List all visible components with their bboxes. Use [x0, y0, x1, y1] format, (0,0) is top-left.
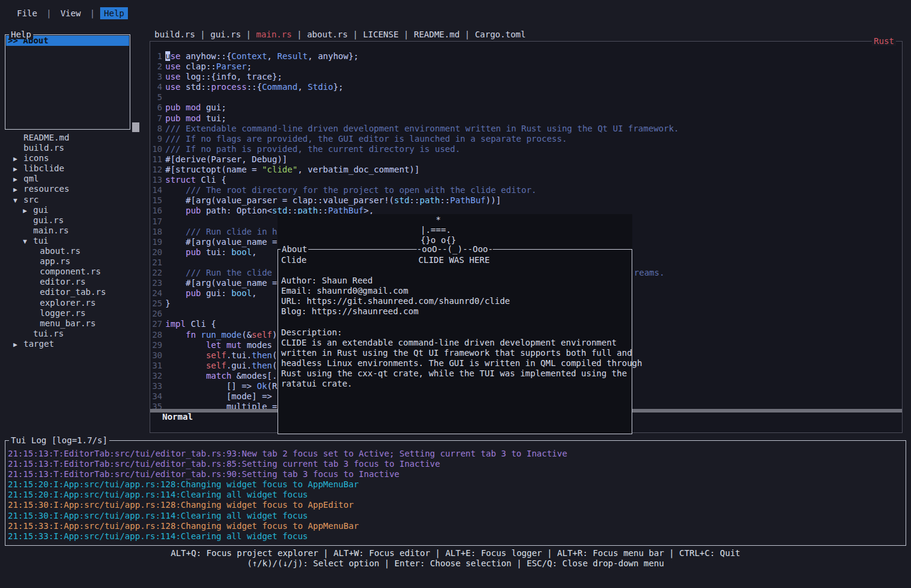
code-line[interactable]: 11#[derive(Parser, Debug)] — [150, 154, 902, 165]
code-line[interactable]: 10/// If no path is provided, the curren… — [150, 144, 902, 154]
tree-item-qml[interactable]: ▶qml — [5, 174, 146, 184]
tab-separator: | — [195, 30, 210, 39]
help-scrollbar-thumb[interactable] — [132, 122, 139, 132]
code-text: /// Run the clide — [165, 268, 272, 277]
tree-item-about-rs[interactable]: about.rs — [5, 246, 146, 256]
line-number: 30 — [151, 350, 162, 361]
line-number: 21 — [151, 258, 162, 268]
line-number: 8 — [151, 124, 162, 134]
tab-cargo-toml[interactable]: Cargo.toml — [475, 30, 525, 39]
language-badge: Rust — [872, 36, 896, 46]
tree-item-build-rs[interactable]: build.rs — [5, 143, 146, 153]
code-line[interactable]: 2use clap::Parser; — [150, 62, 902, 72]
line-number: 34 — [151, 391, 162, 402]
code-text: pub mod gui; — [165, 103, 226, 112]
tree-item-label: editor.rs — [40, 277, 86, 286]
tree-item-label: libclide — [24, 163, 64, 173]
code-text: /// If no flags are provided, the GUI ed… — [165, 134, 567, 144]
tree-item-label: README.md — [24, 133, 69, 142]
code-text: pub gui: bool, — [165, 288, 257, 298]
tree-item-src[interactable]: ▼src — [5, 195, 146, 205]
code-line[interactable]: 6pub mod gui; — [150, 103, 902, 113]
status-bar: ALT+Q: Focus project explorer | ALT+W: F… — [0, 548, 911, 569]
code-line[interactable]: 8/// Extendable command-line driven deve… — [150, 124, 902, 134]
line-number: 25 — [151, 299, 162, 309]
code-line[interactable]: 15 #[arg(value_parser = clap::value_pars… — [150, 195, 902, 206]
line-number: 11 — [151, 154, 162, 165]
line-number: 5 — [151, 92, 162, 103]
menu-item-help[interactable]: Help — [100, 7, 128, 19]
menu-bar: File|View|Help — [13, 7, 128, 20]
tree-item-gui[interactable]: ▶gui — [5, 205, 146, 215]
line-number: 33 — [151, 381, 162, 391]
tree-item-label: tui.rs — [33, 329, 64, 338]
code-line[interactable]: 1use anyhow::{Context, Result, anyhow}; — [150, 51, 902, 62]
code-line[interactable]: 12#[structopt(name = "clide", verbatim_d… — [150, 165, 902, 175]
line-number: 3 — [151, 72, 162, 82]
tab-build-rs[interactable]: build.rs — [154, 30, 195, 39]
tree-item-gui-rs[interactable]: gui.rs — [5, 215, 146, 226]
chevron-right-icon: ▶ — [23, 206, 33, 216]
tree-item-readme-md[interactable]: README.md — [5, 133, 146, 143]
chevron-right-icon: ▶ — [13, 164, 24, 174]
help-dropdown-title: Help — [9, 30, 33, 39]
editor-mode-indicator: Normal — [162, 412, 193, 422]
code-line[interactable]: 13struct Cli { — [150, 175, 902, 185]
tree-item-logger-rs[interactable]: logger.rs — [5, 308, 146, 318]
tree-item-label: gui.rs — [33, 215, 64, 225]
about-popup-content: Clide CLIDE WAS HEREAuthor: Shaun ReedEm… — [278, 250, 632, 389]
tab-separator: | — [292, 30, 307, 39]
about-popup-line: URL: https://git.shaunreed.com/shaunrd0/… — [281, 296, 632, 306]
log-line: 21:15:33:I:App:src/tui/app.rs:128:Changi… — [8, 521, 906, 531]
tree-item-label: component.rs — [40, 267, 101, 276]
log-line: 21:15:13:T:EditorTab:src/tui/editor_tab.… — [8, 469, 906, 479]
line-number: 29 — [151, 340, 162, 350]
tree-item-main-rs[interactable]: main.rs — [5, 226, 146, 236]
tab-separator: | — [399, 30, 414, 39]
code-line[interactable]: 14 /// The root directory for the projec… — [150, 185, 902, 195]
menu-item-view[interactable]: View — [57, 7, 84, 19]
line-number: 6 — [151, 103, 162, 113]
editor-tab-bar: build.rs | gui.rs | main.rs | about.rs |… — [154, 30, 525, 40]
code-line[interactable]: 9/// If no flags are provided, the GUI e… — [150, 134, 902, 144]
code-line[interactable]: 7pub mod tui; — [150, 113, 902, 124]
line-number: 15 — [151, 195, 162, 206]
tree-item-tui-rs[interactable]: tui.rs — [5, 329, 146, 339]
tree-item-target[interactable]: ▶target — [5, 339, 146, 349]
code-line[interactable]: 4use std::process::{Command, Stdio}; — [150, 82, 902, 92]
tree-item-label: menu_bar.rs — [40, 318, 96, 328]
tab-readme-md[interactable]: README.md — [414, 30, 460, 39]
code-text: /// The root directory for the project t… — [165, 185, 536, 195]
code-text: #[arg(value_name = — [165, 278, 277, 288]
about-popup-line: Email: shaunrd0@gmail.com — [281, 286, 632, 296]
about-popup-line — [281, 317, 632, 327]
tab-license[interactable]: LICENSE — [363, 30, 399, 39]
tree-item-menu-bar-rs[interactable]: menu_bar.rs — [5, 318, 146, 329]
tree-item-label: about.rs — [40, 246, 80, 256]
tree-item-resources[interactable]: ▶resources — [5, 184, 146, 194]
code-text: /// Extendable command-line driven devel… — [165, 124, 679, 133]
tree-item-app-rs[interactable]: app.rs — [5, 256, 146, 267]
code-text: #[arg(value_name = — [165, 237, 277, 247]
tab-main-rs[interactable]: main.rs — [256, 30, 292, 39]
code-text: #[structopt(name = "clide", verbatim_doc… — [165, 165, 419, 174]
tree-item-icons[interactable]: ▶icons — [5, 153, 146, 163]
code-text: use anyhow::{Context, Result, anyhow}; — [165, 51, 358, 61]
tree-item-tui[interactable]: ▼tui — [5, 236, 146, 246]
menu-item-file[interactable]: File — [13, 7, 41, 19]
tree-item-editor-rs[interactable]: editor.rs — [5, 277, 146, 287]
tree-item-label: logger.rs — [40, 308, 86, 318]
tree-item-explorer-rs[interactable]: explorer.rs — [5, 298, 146, 308]
tab-about-rs[interactable]: about.rs — [307, 30, 348, 39]
tree-item-component-rs[interactable]: component.rs — [5, 267, 146, 277]
code-line[interactable]: 5 — [150, 92, 902, 103]
code-text: struct Cli { — [165, 175, 226, 185]
line-number: 1 — [151, 51, 162, 62]
app-root: File|View|Help Help >> About README.mdbu… — [0, 0, 911, 588]
tree-item-libclide[interactable]: ▶libclide — [5, 163, 146, 174]
code-line[interactable]: 3use log::{info, trace}; — [150, 72, 902, 82]
tree-item-editor-tab-rs[interactable]: editor_tab.rs — [5, 287, 146, 297]
tab-gui-rs[interactable]: gui.rs — [211, 30, 241, 39]
code-text: pub mod tui; — [165, 113, 226, 123]
tab-separator: | — [241, 30, 256, 39]
